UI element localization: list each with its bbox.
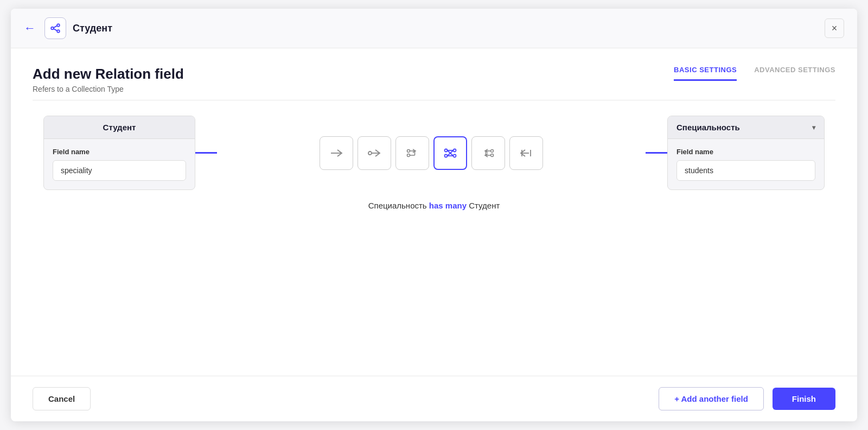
relation-icon [49,22,61,34]
svg-point-13 [445,149,448,151]
left-entity-card: Студент Field name [43,116,195,190]
many-to-one-icon [518,144,535,162]
divider [33,100,835,100]
right-field-input[interactable] [676,160,815,181]
relation-desc-right: Студент [467,201,500,210]
relation-area: Студент Field name [33,116,835,190]
left-field-input[interactable] [53,160,186,181]
many-to-many-left-icon [404,144,421,162]
right-field-label: Field name [676,148,815,156]
svg-point-2 [57,30,60,33]
relation-icon-one-to-many[interactable] [358,136,391,170]
relation-icon-one-to-one[interactable] [320,136,353,170]
svg-point-22 [491,154,494,156]
svg-point-21 [491,149,494,152]
left-field-label: Field name [53,148,186,156]
cancel-button[interactable]: Cancel [33,387,91,410]
tab-basic-settings[interactable]: BASIC SETTINGS [674,66,737,81]
relation-icon-box [44,17,66,39]
right-connector-line [646,152,667,154]
footer: Cancel + Add another field Finish [11,376,857,421]
page-heading: Add new Relation field Refers to a Colle… [33,66,184,93]
svg-point-0 [51,27,54,30]
one-to-many-icon [366,144,383,162]
svg-point-6 [368,151,372,155]
svg-line-4 [54,29,57,31]
svg-point-9 [407,154,410,156]
relation-icon-many-to-one[interactable] [509,136,543,170]
svg-point-1 [57,24,60,27]
left-entity-body: Field name [44,139,195,189]
header: ← Студент × [11,9,857,48]
svg-point-16 [454,154,456,157]
many-to-many-center-icon [442,144,459,162]
svg-point-14 [445,154,448,157]
page-subtitle: Refers to a Collection Type [33,85,184,93]
tab-advanced-settings[interactable]: ADVANCED SETTINGS [754,66,835,81]
finish-button[interactable]: Finish [773,388,835,410]
svg-line-3 [54,26,57,28]
left-connector-line [195,152,217,154]
relation-icon-many-to-many-center[interactable] [433,136,467,170]
relation-icon-many-to-many-left[interactable] [395,136,429,170]
relation-description: Специальность has many Студент [33,201,835,210]
modal: ← Студент × Add new Relation field Refer… [11,9,857,421]
relation-type: has many [429,201,467,210]
tabs: BASIC SETTINGS ADVANCED SETTINGS [674,66,835,81]
relation-icon-many-to-many-right[interactable] [471,136,505,170]
chevron-down-icon[interactable]: ▾ [812,124,815,131]
page-title: Add new Relation field [33,66,184,83]
add-another-field-button[interactable]: + Add another field [659,387,764,410]
one-to-one-icon [328,144,345,162]
right-entity-title: Специальность [676,123,740,132]
many-to-many-right-icon [480,144,497,162]
footer-right: + Add another field Finish [659,387,835,410]
header-title: Студент [73,23,112,34]
right-entity-header: Специальность ▾ [668,116,824,139]
left-entity-title: Студент [44,116,195,139]
svg-point-8 [407,149,410,152]
body: Add new Relation field Refers to a Colle… [11,48,857,376]
relation-icons [217,136,646,170]
back-button[interactable]: ← [24,21,36,35]
close-button[interactable]: × [825,18,844,38]
right-entity-card: Специальность ▾ Field name [667,116,825,190]
right-entity-body: Field name [668,139,824,189]
body-top: Add new Relation field Refers to a Colle… [33,66,835,93]
svg-point-15 [454,149,456,151]
relation-desc-left: Специальность [368,201,429,210]
